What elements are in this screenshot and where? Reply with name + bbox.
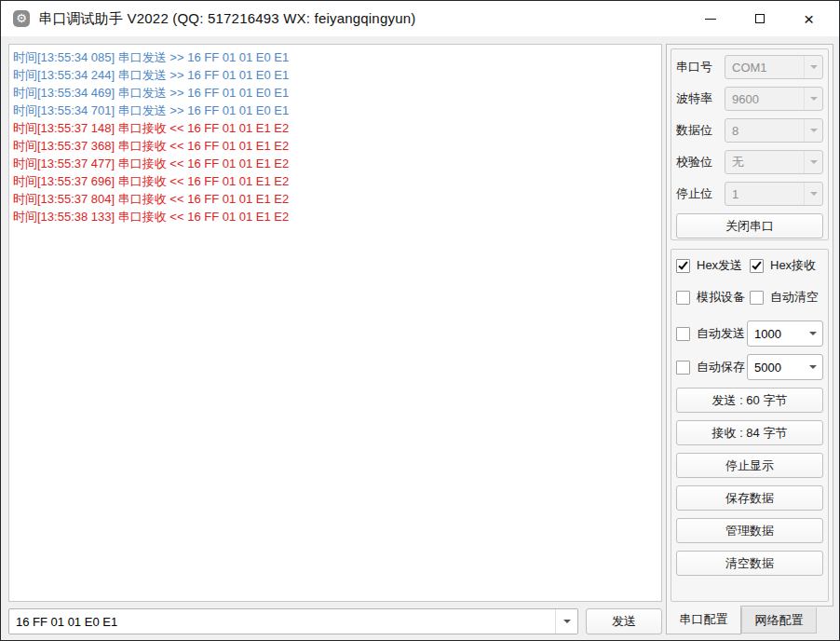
app-gear-icon: ⚙ [13,10,30,27]
auto-send-label: 自动发送 [697,325,745,342]
log-line: 时间[13:55:37 696] 串口接收 << 16 FF 01 01 E1 … [11,172,659,190]
auto-save-interval-select[interactable]: 5000 [747,354,823,380]
log-line: 时间[13:55:37 477] 串口接收 << 16 FF 01 01 E1 … [11,155,659,172]
auto-send-checkbox[interactable] [676,327,690,341]
options-frame: Hex发送 Hex接收 模拟设备 自动清空 [671,249,829,602]
stopbits-select: 1 [725,182,823,206]
chevron-down-icon [804,151,822,173]
hex-receive-option[interactable]: Hex接收 [750,257,823,274]
port-select: COM1 [725,55,823,79]
hex-send-option[interactable]: Hex发送 [676,257,750,274]
tab-serial-config[interactable]: 串口配置 [666,606,741,634]
close-button[interactable]: × [784,1,833,36]
simulate-device-label: 模拟设备 [697,289,745,306]
chevron-down-icon [804,119,822,142]
config-tab-bar: 串口配置 网络配置 [666,606,817,634]
setting-row-parity: 校验位 无 [676,150,823,174]
chevron-down-icon [804,355,822,379]
action-buttons: 发送 : 60 字节 接收 : 84 字节 停止显示 保存数据 管理数据 清空数… [676,388,823,576]
chevron-down-icon [804,88,822,110]
simulate-device-option[interactable]: 模拟设备 [676,289,750,306]
stopbits-label: 停止位 [676,185,725,202]
send-button[interactable]: 发送 [586,608,662,634]
chevron-down-icon [804,183,822,205]
log-line: 时间[13:55:37 368] 串口接收 << 16 FF 01 01 E1 … [11,137,659,155]
tab-network-config[interactable]: 网络配置 [741,607,817,634]
stop-display-button[interactable]: 停止显示 [676,453,823,478]
chevron-down-icon [804,56,822,78]
auto-send-option[interactable]: 自动发送 [676,325,747,342]
auto-save-checkbox[interactable] [676,361,690,375]
serial-settings-frame: 串口号 COM1 波特率 9600 数据位 8 [671,48,829,240]
device-options-row: 模拟设备 自动清空 [676,289,823,306]
databits-label: 数据位 [676,122,725,139]
maximize-icon [755,14,765,23]
save-data-button[interactable]: 保存数据 [676,485,823,511]
parity-select: 无 [725,150,823,174]
send-data-combobox [8,608,578,634]
databits-select: 8 [725,118,823,143]
check-icon [752,259,761,269]
setting-row-port: 串口号 COM1 [676,55,823,79]
hex-receive-checkbox[interactable] [750,259,764,273]
serial-log-output[interactable]: 时间[13:55:34 085] 串口发送 >> 16 FF 01 01 E0 … [8,44,662,602]
auto-clear-option[interactable]: 自动清空 [750,289,823,306]
title-bar: ⚙ 串口调试助手 V2022 (QQ: 517216493 WX: feiyan… [1,1,839,36]
log-line: 时间[13:55:34 085] 串口发送 >> 16 FF 01 01 E0 … [11,48,659,66]
clear-data-button[interactable]: 清空数据 [676,551,823,576]
baudrate-label: 波特率 [676,90,725,107]
auto-save-option[interactable]: 自动保存 [676,359,747,375]
close-icon: × [804,10,814,28]
serial-config-pane: 串口号 COM1 波特率 9600 数据位 8 [666,44,833,607]
setting-row-baudrate: 波特率 9600 [676,87,823,111]
log-line: 时间[13:55:34 469] 串口发送 >> 16 FF 01 01 E0 … [11,84,659,102]
log-line: 时间[13:55:34 701] 串口发送 >> 16 FF 01 01 E0 … [11,102,659,119]
hex-send-checkbox[interactable] [676,259,690,273]
send-data-input[interactable] [9,609,555,634]
setting-row-databits: 数据位 8 [676,118,823,143]
check-icon [678,259,687,269]
auto-send-row: 自动发送 1000 [676,320,823,347]
auto-clear-checkbox[interactable] [750,291,764,305]
send-history-dropdown-button[interactable] [555,609,577,634]
log-line: 时间[13:55:37 148] 串口接收 << 16 FF 01 01 E1 … [11,119,659,137]
setting-row-stopbits: 停止位 1 [676,182,823,206]
simulate-device-checkbox[interactable] [676,291,690,305]
received-bytes-button[interactable]: 接收 : 84 字节 [676,420,823,445]
baudrate-select: 9600 [725,87,823,111]
log-line: 时间[13:55:37 804] 串口接收 << 16 FF 01 01 E1 … [11,190,659,208]
chevron-down-icon [804,321,822,346]
window-controls: × [685,1,833,36]
hex-options-row: Hex发送 Hex接收 [676,257,823,274]
close-port-button[interactable]: 关闭串口 [676,213,823,239]
auto-save-label: 自动保存 [697,359,745,375]
hex-receive-label: Hex接收 [770,257,816,274]
auto-save-row: 自动保存 5000 [676,354,823,380]
chevron-down-icon [563,620,571,623]
minimize-icon [705,19,716,20]
window-title: 串口调试助手 V2022 (QQ: 517216493 WX: feiyangq… [38,10,415,28]
app-window: ⚙ 串口调试助手 V2022 (QQ: 517216493 WX: feiyan… [0,0,840,641]
auto-send-interval-select[interactable]: 1000 [747,320,823,347]
sent-bytes-button[interactable]: 发送 : 60 字节 [676,388,823,413]
hex-send-label: Hex发送 [697,257,742,274]
maximize-button[interactable] [735,1,784,36]
auto-clear-label: 自动清空 [770,289,819,306]
log-line: 时间[13:55:34 244] 串口发送 >> 16 FF 01 01 E0 … [11,66,659,84]
port-label: 串口号 [676,59,725,75]
minimize-button[interactable] [685,1,735,36]
parity-label: 校验位 [676,154,725,170]
log-line: 时间[13:55:38 133] 串口接收 << 16 FF 01 01 E1 … [11,208,659,225]
manage-data-button[interactable]: 管理数据 [676,518,823,543]
